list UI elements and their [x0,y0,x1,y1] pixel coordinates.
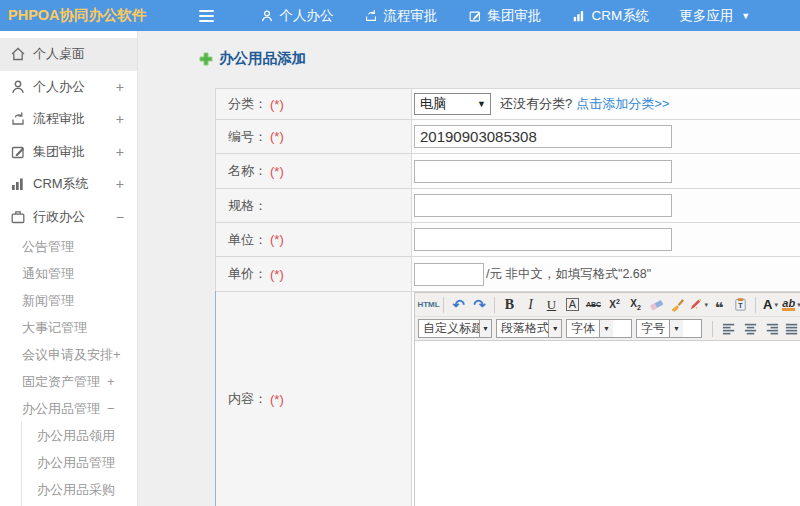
html-source-label: HTML [417,300,439,309]
expand-toggle-icon[interactable]: − [107,401,115,416]
sidebar-subitem[interactable]: 会议申请及安排+ [0,341,137,368]
sidebar-item-label: 集团审批 [33,143,85,161]
hamburger-menu-icon[interactable] [199,10,219,22]
caret-down-icon: ▼ [741,11,750,21]
sidebar-item[interactable]: 集团审批+ [0,136,137,169]
field-label: 名称： [228,162,267,180]
sidebar-subitem[interactable]: 公告管理 [0,233,137,260]
font-style-icon[interactable]: A [563,295,582,314]
main-content: 办公用品添加 分类：(*)电脑▼还没有分类?点击添加分类>>编号：(*)名称：(… [139,31,800,506]
sidebar-subitem-label: 办公用品采购 [37,481,115,499]
sidebar-subitem[interactable]: 办公用品领用 [22,422,137,449]
sidebar-subitem-label: 公告管理 [22,238,74,256]
editor-dropdown-label: 字号 [637,320,669,337]
category-select[interactable]: 电脑▼ [414,93,491,115]
sidebar-subitem[interactable]: 大事记管理 [0,314,137,341]
undo-icon[interactable]: ↶ [449,295,468,314]
spec-input[interactable] [414,194,672,217]
editor-dropdown[interactable]: 字号▼ [636,319,702,338]
approve-icon [468,9,482,23]
field-label: 分类： [228,95,267,113]
sidebar-nested-group: 办公用品领用办公用品管理办公用品采购 [21,422,137,506]
paste-text-icon[interactable]: T [731,295,750,314]
form-value-cell [412,189,800,222]
align-right-icon[interactable] [762,319,781,338]
expand-toggle-icon[interactable]: + [116,144,124,160]
topnav-item[interactable]: 个人办公 [245,0,349,31]
process-icon [364,9,378,23]
sidebar-subitem[interactable]: 固定资产管理+ [0,368,137,395]
align-left-icon[interactable] [720,319,739,338]
subscript-icon[interactable]: X2 [626,295,645,314]
form-row-spec: 规格： [216,189,800,223]
field-label: 内容： [228,390,267,408]
editor-dropdown[interactable]: 段落格式▼ [496,319,562,338]
sidebar-item-label: 个人桌面 [33,45,85,63]
expand-toggle-icon[interactable]: + [116,79,124,95]
sidebar-item[interactable]: 个人桌面 [0,38,137,71]
form-row-unit: 单位：(*) [216,223,800,257]
top-navigation: 个人办公流程审批集团审批CRM系统更多应用▼ [245,0,766,31]
field-label: 编号： [228,128,267,146]
app-logo: PHPOA协同办公软件 [0,6,147,25]
redo-icon[interactable]: ↷ [470,295,489,314]
form-label-cell: 规格： [216,189,412,222]
name-input[interactable] [414,160,672,183]
form-value-cell: 电脑▼还没有分类?点击添加分类>> [412,89,800,119]
form-value-cell [412,154,800,188]
sidebar-subitem-label: 通知管理 [22,265,74,283]
html-source-button[interactable]: HTML [419,295,438,314]
eraser-icon[interactable] [647,295,666,314]
expand-toggle-icon[interactable]: − [116,209,124,225]
required-marker: (*) [270,97,284,112]
sidebar-subitem[interactable]: 新闻管理 [0,287,137,314]
editor-dropdown[interactable]: 自定义标题▼ [418,319,492,338]
sidebar-item-label: 流程审批 [33,110,85,128]
form-row-category: 分类：(*)电脑▼还没有分类?点击添加分类>> [216,89,800,120]
sidebar-item[interactable]: 行政办公− [0,201,137,234]
field-label: 单价： [228,265,267,283]
editor-content-area[interactable] [415,341,800,506]
sidebar-item[interactable]: 流程审批+ [0,103,137,136]
expand-toggle-icon[interactable]: + [113,347,121,362]
sidebar-item[interactable]: CRM系统+ [0,168,137,201]
align-justify-icon[interactable] [783,319,800,338]
italic-icon[interactable]: I [521,295,540,314]
font-color-icon[interactable]: A▾ [761,295,780,314]
topnav-item[interactable]: 集团审批 [453,0,557,31]
form-value-cell: HTML↶↷BIUAABCX2X2▾❝TA▾ab▾自定义标题▼段落格式▼字体▼字… [412,292,800,506]
blockquote-icon[interactable]: ❝ [710,295,729,314]
expand-toggle-icon[interactable]: + [116,111,124,127]
underline-icon[interactable]: U [542,295,561,314]
price-input[interactable] [414,263,484,286]
sidebar-subitem[interactable]: 通知管理 [0,260,137,287]
superscript-icon[interactable]: X2 [605,295,624,314]
sidebar-subitem[interactable]: 办公用品采购 [22,476,137,503]
bold-icon[interactable]: B [500,295,519,314]
form-row-price: 单价：(*)/元 非中文，如填写格式"2.68" [216,257,800,292]
toolbar-separator [443,297,444,313]
expand-toggle-icon[interactable]: + [107,374,115,389]
strikethrough-icon[interactable]: ABC [584,295,603,314]
format-painter-icon[interactable]: ▾ [689,295,708,314]
code-input[interactable] [414,125,672,148]
field-label: 单位： [228,231,267,249]
topnav-item[interactable]: 流程审批 [349,0,453,31]
sidebar-item[interactable]: 个人办公+ [0,71,137,104]
clean-brush-icon[interactable] [668,295,687,314]
form-row-code: 编号：(*) [216,120,800,154]
sidebar-subitem[interactable]: 办公用品管理− [0,395,137,422]
sidebar: 个人桌面个人办公+流程审批+集团审批+CRM系统+行政办公−公告管理通知管理新闻… [0,31,138,506]
svg-text:T: T [738,302,743,309]
align-center-icon[interactable] [741,319,760,338]
highlight-color-icon[interactable]: ab▾ [782,295,800,314]
editor-dropdown[interactable]: 字体▼ [566,319,632,338]
page-title-text: 办公用品添加 [219,49,306,68]
add-category-link[interactable]: 点击添加分类>> [576,95,669,113]
topnav-item[interactable]: CRM系统 [557,0,665,31]
unit-input[interactable] [414,228,672,251]
add-supplies-form: 分类：(*)电脑▼还没有分类?点击添加分类>>编号：(*)名称：(*)规格：单位… [215,88,800,506]
sidebar-subitem[interactable]: 办公用品管理 [22,449,137,476]
expand-toggle-icon[interactable]: + [116,176,124,192]
topnav-item[interactable]: 更多应用▼ [664,0,765,31]
